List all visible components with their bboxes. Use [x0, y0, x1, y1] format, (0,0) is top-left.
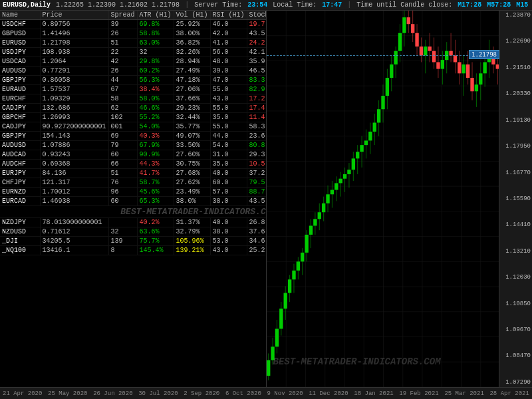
time-axis-label: 21 Apr 2020 — [3, 390, 42, 397]
table-cell: 29.3 — [247, 150, 265, 160]
table-cell: 42.1 — [247, 48, 265, 57]
table-cell: 37.66% — [174, 94, 210, 104]
table-cell: 57.0 — [210, 188, 247, 197]
table-cell: 154.143 — [40, 132, 108, 141]
table-cell: 29.8% — [137, 57, 174, 66]
price-axis-label: 1.12030 — [501, 274, 531, 281]
ticker-label: EURUSD,Daily — [3, 1, 51, 9]
table-cell: 121.317 — [40, 178, 108, 188]
table-cell: 54.0% — [137, 122, 174, 132]
table-row: GBPCHF1.2699310255.2%32.44%35.011.4No Tr… — [0, 113, 266, 122]
table-row: GBPJPY154.1436940.3%49.07%44.023.6No Tre… — [0, 132, 266, 141]
table-cell: 39 — [108, 20, 137, 29]
m57-timer: M57:28 — [487, 1, 511, 9]
table-row: NZDJPY78.01300000000140.2%31.37%40.026.8… — [0, 218, 266, 227]
table-cell: _NQ100 — [0, 246, 40, 255]
table-cell: 84.136 — [40, 169, 108, 178]
table-cell: 32.26% — [174, 48, 210, 57]
table-cell: 88.7 — [247, 188, 265, 197]
table-row: _DJI34205.513975.7%105.96%53.034.6Weak T… — [0, 237, 266, 246]
table-cell: 32 — [108, 227, 137, 237]
table-cell: 60 — [108, 150, 137, 160]
table-cell: 80.8 — [247, 141, 265, 150]
price-axis-label: 1.16770 — [501, 170, 531, 176]
table-cell: 35.0 — [210, 160, 247, 169]
table-cell: 35.9 — [247, 57, 265, 66]
col-header-stoch: Stoch (H1) — [247, 11, 265, 20]
table-cell: 58.8% — [137, 29, 174, 39]
table-cell: EURUSD — [0, 39, 40, 48]
table-cell: 36.82% — [174, 39, 210, 48]
table-cell: 55.0 — [210, 122, 247, 132]
table-cell: USDJPY — [0, 48, 40, 57]
table-cell: 46.0 — [210, 20, 247, 29]
table-cell: 0.69368 — [40, 160, 108, 169]
table-cell: 30.75% — [174, 160, 210, 169]
table-cell: 27.06% — [174, 85, 210, 94]
table-cell: 43.5 — [247, 197, 265, 206]
table-row: EURUSD1.217985163.0%36.82%41.024.2No Tre… — [0, 39, 266, 48]
table-cell: AUDUSD — [0, 66, 40, 76]
table-row: CADJPY132.6866246.6%29.23%55.017.4No Tre… — [0, 104, 266, 113]
time-axis-label: 9 Nov 2020 — [267, 390, 303, 397]
content-area: Name Price Spread ATR (H1) Vol (H1) RSI … — [0, 11, 532, 387]
price-axis-label: 1.19130 — [501, 117, 531, 124]
table-cell: USDCHF — [0, 20, 40, 29]
table-cell: 51 — [108, 39, 137, 48]
col-header-name: Name — [0, 11, 40, 20]
table-cell: 58.0% — [137, 94, 174, 104]
table-cell: 63.6% — [137, 227, 174, 237]
price-axis-label: 1.20330 — [501, 90, 531, 97]
table-cell: 43.5 — [247, 29, 265, 39]
table-cell: 54.0 — [210, 141, 247, 150]
table-cell: 58.3 — [247, 122, 265, 132]
table-cell: 60 — [108, 197, 137, 206]
table-cell: 0.89756 — [40, 20, 108, 29]
table-cell: 40.3% — [137, 132, 174, 141]
price-axis-label: 1.17950 — [501, 143, 531, 150]
table-cell: 35.0 — [210, 113, 247, 122]
table-cell: CADJPY — [0, 122, 40, 132]
table-cell: 1.41496 — [40, 29, 108, 39]
table-cell: 51 — [108, 169, 137, 178]
table-cell: 44.3% — [137, 160, 174, 169]
table-cell: 78.013000000001 — [40, 218, 108, 227]
table-cell: 0.86058 — [40, 76, 108, 85]
m15-timer: M15 12:28 — [516, 1, 532, 9]
table-cell: 27.68% — [174, 169, 210, 178]
market-data-table: Name Price Spread ATR (H1) Vol (H1) RSI … — [0, 11, 266, 255]
price-axis-label: 1.23870 — [501, 12, 531, 19]
table-row: USDCAD1.20644229.8%28.94%48.035.9No Tren… — [0, 57, 266, 66]
table-cell: GBPJPY — [0, 132, 40, 141]
table-cell: 32 — [137, 48, 174, 57]
table-cell: CHFJPY — [0, 178, 40, 188]
table-cell: 37.6 — [247, 227, 265, 237]
table-cell: 62 — [108, 104, 137, 113]
table-cell: 27.49% — [174, 66, 210, 76]
table-row: BEST-METATRADER-INDICATORS.COM — [0, 206, 266, 218]
table-cell: 38.00% — [174, 29, 210, 39]
price-values: 1.22265 1.22390 1.21602 1.21798 — [56, 1, 180, 9]
table-cell: 31.0 — [210, 150, 247, 160]
price-axis-label: 1.21510 — [501, 65, 531, 71]
table-cell: 53.0 — [210, 237, 247, 246]
table-cell: 1.09329 — [40, 94, 108, 104]
table-cell: 41.7% — [137, 169, 174, 178]
table-cell: 1.26993 — [40, 113, 108, 122]
table-cell: 44 — [108, 76, 137, 85]
table-cell: 1.07886 — [40, 141, 108, 150]
chart-area: 1.238701.226901.215101.203301.191301.179… — [266, 11, 533, 387]
table-cell: 58 — [108, 94, 137, 104]
price-axis-label: 1.09670 — [501, 327, 531, 333]
time-axis-label: 2 Sep 2020 — [184, 390, 219, 397]
table-cell: 47.18% — [174, 76, 210, 85]
header-bar: EURUSD,Daily 1.22265 1.22390 1.21602 1.2… — [0, 0, 532, 11]
table-cell: 0.71612 — [40, 227, 108, 237]
table-cell: 31.37% — [174, 218, 210, 227]
table-row: _NQ10013416.18145.4%139.21%43.025.2No Tr… — [0, 246, 266, 255]
col-header-vol: Vol (H1) — [174, 11, 210, 20]
time-axis-label: 25 Mar 2021 — [444, 390, 483, 397]
col-header-spread: Spread — [108, 11, 137, 20]
table-cell: 108.938 — [40, 48, 108, 57]
table-cell: _DJI — [0, 237, 40, 246]
